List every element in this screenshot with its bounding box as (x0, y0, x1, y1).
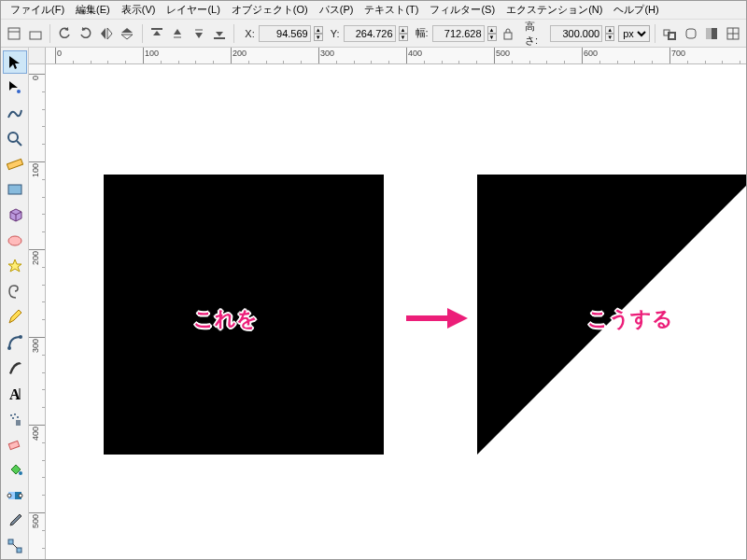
ruler-vertical[interactable]: 0100200300400500600 (29, 64, 46, 559)
rotate-cw-icon[interactable] (76, 23, 94, 44)
tool-node-editor[interactable] (3, 76, 27, 99)
menu-path[interactable]: パス(P) (314, 1, 359, 19)
transform-scale-stroke-icon[interactable] (660, 23, 679, 44)
svg-rect-10 (686, 29, 696, 38)
menu-view[interactable]: 表示(V) (116, 1, 162, 19)
svg-point-26 (10, 414, 12, 416)
tool-spiral[interactable] (3, 280, 27, 303)
x-label: X: (245, 28, 254, 39)
canvas[interactable]: これを こうする (46, 64, 746, 559)
separator (233, 24, 234, 43)
tool-rectangle[interactable] (3, 177, 27, 201)
y-input[interactable] (344, 25, 396, 42)
menu-object[interactable]: オブジェクト(O) (226, 1, 314, 19)
toolbar-btn-1[interactable] (5, 23, 23, 44)
svg-rect-31 (8, 441, 19, 450)
svg-rect-12 (706, 28, 712, 39)
annotation-right: こうする (587, 305, 673, 333)
lower-icon[interactable] (189, 23, 207, 44)
height-spinner[interactable]: ▲▼ (605, 26, 614, 41)
svg-text:A: A (9, 386, 21, 402)
tool-tweak[interactable] (3, 102, 27, 125)
raise-icon[interactable] (168, 23, 187, 44)
svg-point-32 (19, 471, 22, 475)
annotation-left: これを (193, 305, 258, 333)
menu-bar: ファイル(F) 編集(E) 表示(V) レイヤー(L) オブジェクト(O) パス… (1, 1, 746, 20)
flip-h-icon[interactable] (97, 23, 116, 44)
ruler-corner (29, 48, 46, 64)
svg-line-18 (17, 141, 21, 146)
height-input[interactable] (550, 25, 602, 42)
arrow-icon (404, 305, 470, 331)
svg-point-22 (7, 346, 11, 350)
svg-rect-38 (17, 548, 21, 553)
x-spinner[interactable]: ▲▼ (314, 26, 323, 41)
toolbar-btn-2[interactable] (25, 23, 44, 44)
toolbox: A (1, 48, 29, 559)
menu-filter[interactable]: フィルター(S) (424, 1, 500, 19)
flip-v-icon[interactable] (118, 23, 136, 44)
workspace: A 0100200300400500600700800 010020030040… (1, 48, 746, 559)
tool-gradient[interactable] (3, 483, 27, 507)
rotate-ccw-icon[interactable] (55, 23, 74, 44)
tool-3dbox[interactable] (3, 203, 27, 227)
menu-layer[interactable]: レイヤー(L) (161, 1, 225, 19)
svg-rect-37 (8, 539, 13, 544)
svg-rect-0 (8, 28, 20, 39)
tool-connector[interactable] (3, 535, 27, 558)
width-label: 幅: (416, 26, 429, 40)
svg-point-28 (12, 417, 14, 419)
width-spinner[interactable]: ▲▼ (487, 26, 497, 41)
x-input[interactable] (259, 25, 311, 42)
transform-gradient-icon[interactable] (702, 23, 721, 44)
menu-extensions[interactable]: エクステンション(N) (500, 1, 608, 19)
lower-to-bottom-icon[interactable] (210, 23, 229, 44)
svg-point-36 (19, 494, 22, 497)
svg-rect-20 (8, 185, 21, 194)
tool-measure[interactable] (3, 152, 27, 175)
svg-rect-19 (7, 159, 22, 169)
toolbar: X: ▲▼ Y: ▲▼ 幅: ▲▼ 高さ: ▲▼ px (1, 20, 746, 48)
svg-point-29 (17, 416, 19, 418)
separator (655, 24, 655, 43)
unit-select[interactable]: px (618, 25, 650, 42)
menu-edit[interactable]: 編集(E) (70, 1, 116, 19)
separator (49, 24, 50, 43)
menu-text[interactable]: テキスト(T) (359, 1, 424, 19)
svg-point-21 (8, 236, 21, 245)
lock-aspect-icon[interactable] (499, 23, 517, 44)
y-spinner[interactable]: ▲▼ (399, 26, 408, 41)
menu-file[interactable]: ファイル(F) (5, 1, 70, 19)
svg-point-17 (8, 133, 18, 142)
y-label: Y: (331, 28, 340, 39)
tool-ellipse[interactable] (3, 229, 27, 252)
svg-rect-2 (30, 32, 41, 39)
tool-paint-bucket[interactable] (3, 458, 27, 482)
canvas-area: 0100200300400500600700800 01002003004005… (29, 48, 746, 559)
svg-rect-30 (16, 420, 21, 426)
svg-point-16 (17, 90, 21, 93)
transform-scale-corners-icon[interactable] (682, 23, 700, 44)
tool-selector[interactable] (3, 50, 27, 74)
ruler-horizontal[interactable]: 0100200300400500600700800 (46, 48, 746, 64)
tool-spray[interactable] (3, 407, 27, 430)
menu-help[interactable]: ヘルプ(H) (608, 1, 664, 19)
tool-text[interactable]: A (3, 382, 27, 405)
svg-line-39 (13, 544, 17, 548)
svg-point-23 (19, 335, 22, 339)
tool-bezier[interactable] (3, 330, 27, 354)
tool-pencil[interactable] (3, 305, 27, 329)
tool-star[interactable] (3, 254, 27, 277)
tool-dropper[interactable] (3, 509, 27, 532)
tool-calligraphy[interactable] (3, 357, 27, 380)
svg-rect-7 (504, 33, 512, 39)
tool-zoom[interactable] (3, 127, 27, 150)
svg-point-27 (14, 413, 16, 415)
svg-point-35 (7, 494, 11, 497)
width-input[interactable] (432, 25, 485, 42)
separator (142, 24, 143, 43)
raise-to-top-icon[interactable] (148, 23, 166, 44)
transform-pattern-icon[interactable] (723, 23, 741, 44)
tool-eraser[interactable] (3, 432, 27, 455)
height-label: 高さ: (525, 20, 546, 48)
